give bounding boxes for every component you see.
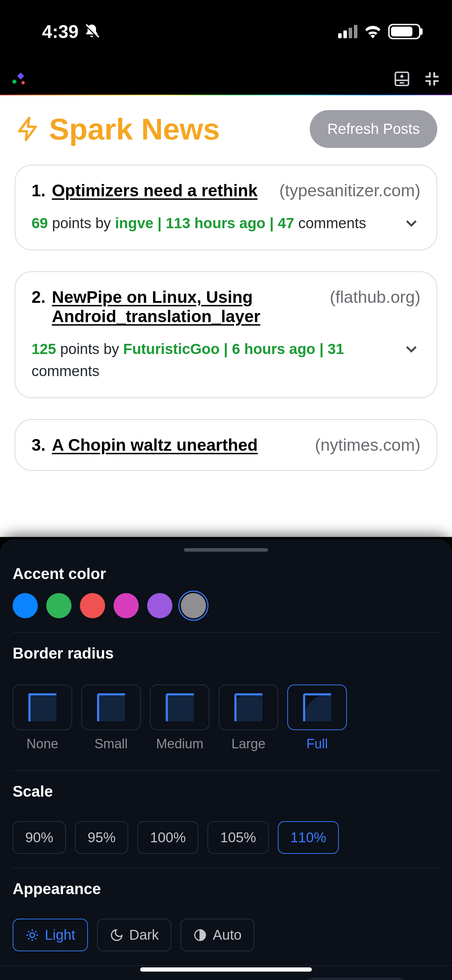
post-comment-count: 31 xyxy=(328,341,344,357)
radius-name: Medium xyxy=(156,737,203,751)
battery-icon xyxy=(388,24,420,39)
bolt-icon xyxy=(15,116,41,142)
radius-option-medium[interactable]: Medium xyxy=(150,684,210,751)
chevron-down-icon[interactable] xyxy=(402,340,420,358)
radius-name: Large xyxy=(231,737,265,751)
archive-icon[interactable] xyxy=(393,70,411,88)
status-bar: 4:39 xyxy=(0,0,452,63)
contrast-icon xyxy=(193,928,207,942)
accent-color-swatches xyxy=(0,593,452,632)
radius-option-small[interactable]: Small xyxy=(81,684,141,751)
tab-iterate[interactable]: Iterate xyxy=(28,978,124,980)
appearance-auto-label: Auto xyxy=(213,927,242,943)
post-title-link[interactable]: NewPipe on Linux, Using Android_translat… xyxy=(52,287,317,326)
sun-icon xyxy=(25,928,39,942)
appearance-light-label: Light xyxy=(45,927,75,943)
radius-name: Small xyxy=(94,737,127,751)
app-top-bar xyxy=(0,63,452,95)
appearance-options: Light Dark Auto xyxy=(0,908,452,965)
moon-icon xyxy=(110,928,124,942)
tab-history[interactable]: History xyxy=(154,978,255,980)
svg-rect-1 xyxy=(400,82,404,83)
home-indicator[interactable] xyxy=(140,967,312,972)
post-index: 2. xyxy=(32,287,46,307)
post-index: 3. xyxy=(32,435,46,455)
wifi-icon xyxy=(364,24,382,38)
accent-swatch-blue[interactable] xyxy=(13,593,38,618)
appearance-label: Appearance xyxy=(0,880,452,897)
post-author-link[interactable]: FuturisticGoo xyxy=(123,341,220,357)
sheet-grabber[interactable] xyxy=(184,548,268,552)
scale-option-105[interactable]: 105% xyxy=(207,821,268,854)
svg-point-2 xyxy=(30,933,34,937)
post-card: 3. A Chopin waltz unearthed (nytimes.com… xyxy=(15,419,437,471)
brand: Spark News xyxy=(15,112,220,146)
post-meta: 125 points by FuturisticGoo | 6 hours ag… xyxy=(32,338,395,382)
ai-sparkle-icon[interactable] xyxy=(11,72,26,86)
meta-separator: | xyxy=(315,341,328,357)
comments-label[interactable]: comments xyxy=(294,215,366,231)
refresh-posts-button[interactable]: Refresh Posts xyxy=(310,110,437,148)
post-meta: 69 points by ingve | 113 hours ago | 47 … xyxy=(32,212,366,234)
appearance-option-light[interactable]: Light xyxy=(13,919,88,951)
status-right xyxy=(338,24,420,39)
radius-name: Full xyxy=(306,737,328,751)
post-card: 1. Optimizers need a rethink (typesaniti… xyxy=(15,165,437,250)
accent-swatch-red[interactable] xyxy=(80,593,105,618)
appearance-option-auto[interactable]: Auto xyxy=(180,919,254,951)
accent-swatch-gray[interactable] xyxy=(181,593,206,618)
chevron-down-icon[interactable] xyxy=(402,214,420,232)
scale-options: 90% 95% 100% 105% 110% xyxy=(0,811,452,868)
accent-color-label: Accent color xyxy=(0,565,452,582)
meta-separator: | xyxy=(220,341,232,357)
comments-label[interactable]: comments xyxy=(32,363,100,379)
post-index: 1. xyxy=(32,181,46,200)
radius-option-none[interactable]: None xyxy=(13,684,72,751)
cellular-icon xyxy=(338,25,357,38)
scale-option-95[interactable]: 95% xyxy=(75,821,128,854)
accent-swatch-pink[interactable] xyxy=(113,593,139,618)
post-author-link[interactable]: ingve xyxy=(115,215,153,231)
meta-separator: | xyxy=(153,215,166,231)
post-comment-count: 47 xyxy=(278,215,294,231)
post-points: 125 xyxy=(32,341,56,357)
theme-sheet: Accent color Border radius None Small Me… xyxy=(0,539,452,980)
radius-option-full[interactable]: Full xyxy=(287,684,347,751)
bell-slash-icon xyxy=(83,23,100,40)
post-by-label: points by xyxy=(56,341,123,357)
appearance-option-dark[interactable]: Dark xyxy=(97,919,171,951)
radius-option-large[interactable]: Large xyxy=(219,684,278,751)
meta-separator: | xyxy=(266,215,278,231)
page-header: Spark News Refresh Posts xyxy=(15,110,437,148)
accent-swatch-green[interactable] xyxy=(46,593,72,618)
post-domain: (flathub.org) xyxy=(330,287,420,307)
scale-option-100[interactable]: 100% xyxy=(137,821,198,854)
radius-name: None xyxy=(27,737,59,751)
post-age: 113 hours ago xyxy=(166,215,266,231)
divider xyxy=(13,632,439,633)
exit-fullscreen-icon[interactable] xyxy=(423,70,441,88)
border-radius-options: None Small Medium Large Full xyxy=(0,673,452,759)
post-title-link[interactable]: A Chopin waltz unearthed xyxy=(52,435,258,455)
divider xyxy=(13,868,439,868)
post-by-label: points by xyxy=(48,215,115,231)
page-title: Spark News xyxy=(49,112,220,146)
scale-option-110[interactable]: 110% xyxy=(278,821,339,854)
scale-label: Scale xyxy=(0,783,452,800)
tab-theme[interactable]: Theme xyxy=(305,978,406,980)
post-age: 6 hours ago xyxy=(232,341,315,357)
post-card: 2. NewPipe on Linux, Using Android_trans… xyxy=(15,271,437,398)
appearance-dark-label: Dark xyxy=(129,927,159,943)
accent-swatch-purple[interactable] xyxy=(147,593,172,618)
post-domain: (typesanitizer.com) xyxy=(279,181,420,200)
scale-option-90[interactable]: 90% xyxy=(13,821,66,854)
status-time-text: 4:39 xyxy=(42,21,78,42)
post-points: 69 xyxy=(32,215,48,231)
post-title-link[interactable]: Optimizers need a rethink xyxy=(52,181,258,200)
post-domain: (nytimes.com) xyxy=(315,435,420,455)
border-radius-label: Border radius xyxy=(0,644,452,662)
content-area: Spark News Refresh Posts 1. Optimizers n… xyxy=(0,95,452,537)
divider xyxy=(13,770,439,771)
status-time: 4:39 xyxy=(42,21,100,42)
